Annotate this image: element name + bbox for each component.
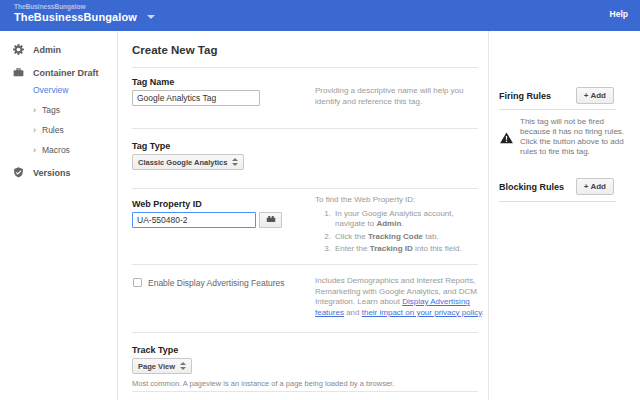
page-title: Create New Tag bbox=[132, 44, 217, 56]
display-advertising-label: Enable Display Advertising Features bbox=[148, 278, 285, 288]
track-type-help: Most common. A pageview is an instance o… bbox=[132, 379, 394, 388]
sidebar-item-overview[interactable]: Overview bbox=[33, 85, 68, 95]
chevron-right-icon: › bbox=[33, 105, 36, 115]
help-step: 3. Enter the Tracking ID into this field… bbox=[319, 244, 478, 255]
brick-icon bbox=[265, 211, 277, 229]
web-property-id-help: To find the Web Property ID: 1. In your … bbox=[315, 195, 478, 255]
sidebar-item-label: Versions bbox=[33, 168, 71, 178]
track-type-selected-value: Page View bbox=[138, 362, 175, 371]
sidebar-item-label: Tags bbox=[42, 105, 60, 115]
warning-icon bbox=[499, 131, 514, 145]
app-header: TheBusinessBungalow TheBusinessBungalow … bbox=[0, 0, 640, 31]
sidebar-item-rules[interactable]: ›Rules bbox=[33, 125, 64, 135]
tag-name-input[interactable] bbox=[132, 90, 260, 106]
shield-icon bbox=[12, 166, 25, 179]
gtm-create-tag-page: TheBusinessBungalow TheBusinessBungalow … bbox=[0, 0, 640, 400]
rules-panel: Firing Rules + Add This tag will not be … bbox=[488, 31, 640, 400]
firing-rules-add-button[interactable]: + Add bbox=[576, 87, 614, 104]
firing-rules-label: Firing Rules bbox=[499, 91, 551, 101]
help-title: To find the Web Property ID: bbox=[315, 195, 478, 206]
tag-type-select[interactable]: Classic Google Analytics bbox=[132, 154, 244, 170]
help-link[interactable]: Help bbox=[610, 9, 628, 19]
web-property-id-input[interactable] bbox=[132, 212, 256, 228]
display-advertising-help: Includes Demographics and Interest Repor… bbox=[315, 276, 485, 318]
chevron-right-icon: › bbox=[33, 125, 36, 135]
divider bbox=[499, 109, 616, 110]
help-steps: 1. In your Google Analytics account, nav… bbox=[315, 209, 478, 255]
sidebar-item-tags[interactable]: ›Tags bbox=[33, 105, 60, 115]
divider bbox=[132, 67, 478, 68]
help-step: 1. In your Google Analytics account, nav… bbox=[319, 209, 478, 230]
sidebar-item-label: Macros bbox=[42, 145, 70, 155]
divider bbox=[132, 128, 478, 129]
divider bbox=[132, 391, 478, 392]
help-step: 2. Click the Tracking Code tab. bbox=[319, 232, 478, 243]
container-icon bbox=[12, 66, 25, 79]
blocking-rules-section: Blocking Rules + Add bbox=[499, 178, 614, 195]
gear-icon bbox=[12, 43, 25, 56]
privacy-policy-link[interactable]: their impact on your privacy policy bbox=[362, 308, 482, 317]
display-advertising-checkbox[interactable] bbox=[133, 278, 142, 287]
container-title: TheBusinessBungalow bbox=[14, 11, 137, 23]
macro-select-button[interactable] bbox=[259, 212, 282, 228]
sidebar-item-label: Overview bbox=[33, 85, 68, 95]
divider bbox=[132, 188, 478, 189]
tag-type-label: Tag Type bbox=[132, 141, 170, 151]
sidebar-item-label: Admin bbox=[33, 45, 61, 55]
track-type-select[interactable]: Page View bbox=[132, 358, 192, 374]
tag-name-label: Tag Name bbox=[132, 77, 174, 87]
divider bbox=[132, 332, 478, 333]
select-arrows-icon bbox=[180, 362, 186, 370]
firing-rules-warning: This tag will not be fired because it ha… bbox=[499, 117, 634, 157]
tag-name-help: Providing a descriptive name will help y… bbox=[315, 86, 478, 107]
account-name: TheBusinessBungalow bbox=[14, 3, 86, 10]
create-tag-form: Create New Tag Tag Name Providing a desc… bbox=[118, 31, 488, 400]
select-arrows-icon bbox=[232, 158, 238, 166]
sidebar-item-macros[interactable]: ›Macros bbox=[33, 145, 70, 155]
blocking-rules-label: Blocking Rules bbox=[499, 182, 564, 192]
track-type-label: Track Type bbox=[132, 345, 178, 355]
sidebar-item-label: Rules bbox=[42, 125, 64, 135]
tag-type-selected-value: Classic Google Analytics bbox=[138, 158, 227, 167]
divider bbox=[132, 264, 478, 265]
sidebar-item-container-draft[interactable]: Container Draft bbox=[12, 66, 99, 79]
chevron-right-icon: › bbox=[33, 145, 36, 155]
sidebar-item-versions[interactable]: Versions bbox=[12, 166, 71, 179]
sidebar-item-admin[interactable]: Admin bbox=[12, 43, 61, 56]
blocking-rules-add-button[interactable]: + Add bbox=[576, 178, 614, 195]
warning-text: This tag will not be fired because it ha… bbox=[520, 117, 632, 157]
web-property-id-label: Web Property ID bbox=[132, 199, 202, 209]
chevron-down-icon bbox=[147, 15, 155, 19]
container-switcher[interactable]: TheBusinessBungalow bbox=[14, 11, 155, 23]
sidebar: Admin Container Draft Overview ›Tags ›Ru… bbox=[0, 31, 118, 400]
sidebar-item-label: Container Draft bbox=[33, 68, 99, 78]
firing-rules-section: Firing Rules + Add bbox=[499, 87, 614, 104]
divider bbox=[499, 201, 616, 202]
